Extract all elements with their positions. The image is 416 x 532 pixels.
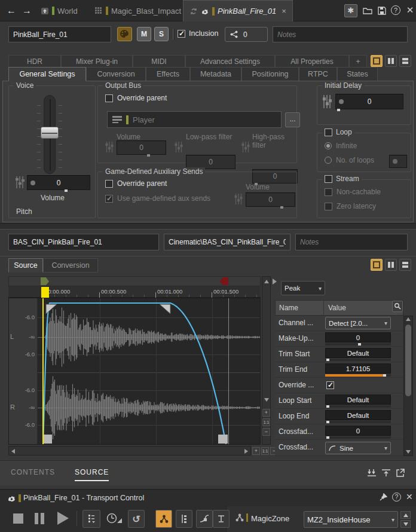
dock-top-button[interactable] xyxy=(381,468,391,478)
zero-latency-option[interactable]: Zero latency xyxy=(325,202,376,210)
h-zoom-fit-button[interactable]: 1:1 xyxy=(261,447,269,455)
slider-thumb[interactable] xyxy=(383,374,386,377)
slider-thumb[interactable] xyxy=(358,343,361,346)
close-icon[interactable]: ✕ xyxy=(406,492,413,502)
slider-thumb[interactable] xyxy=(326,405,329,408)
pane-splitter[interactable] xyxy=(0,223,416,230)
tab-source[interactable]: Source xyxy=(8,258,43,273)
use-aux-checkbox[interactable] xyxy=(105,195,113,203)
pause-button[interactable] xyxy=(35,513,45,524)
scroll-up-icon[interactable] xyxy=(406,317,411,321)
tab-effects[interactable]: Effects xyxy=(146,67,190,81)
view-mode-dropdown[interactable]: Peak xyxy=(281,281,325,295)
bus-browse-button[interactable]: ... xyxy=(285,112,300,127)
outputbus-override[interactable]: Override parent xyxy=(105,94,167,102)
reset-button[interactable]: ↺ xyxy=(128,510,145,528)
trim-end-field[interactable]: 1.71105 xyxy=(325,363,391,377)
crossfade-shape-dropdown[interactable]: Sine xyxy=(325,442,391,454)
open-folder-button[interactable] xyxy=(361,4,374,17)
loop-checkbox[interactable] xyxy=(325,129,332,136)
trim-start-field[interactable]: Default xyxy=(325,348,391,361)
tab-metadata[interactable]: Metadata xyxy=(190,67,241,81)
switches-toggle-button[interactable] xyxy=(176,510,192,528)
dock-bottom-button[interactable] xyxy=(367,468,377,478)
slider-thumb[interactable] xyxy=(326,436,329,439)
non-cachable-option[interactable]: Non-cachable xyxy=(325,188,381,196)
bus-volume-field[interactable]: 0 xyxy=(117,140,166,155)
notes-input[interactable]: Notes xyxy=(273,26,408,42)
help-button[interactable]: ? xyxy=(389,4,402,17)
stop-button[interactable] xyxy=(13,513,23,524)
h-scrollbar[interactable] xyxy=(8,446,251,455)
slider-thumb[interactable] xyxy=(65,189,68,192)
forward-button[interactable]: → xyxy=(20,5,33,17)
help-icon[interactable]: ? xyxy=(392,493,401,502)
playhead-line[interactable] xyxy=(42,298,44,445)
spinner-up-button[interactable] xyxy=(400,511,411,519)
makeup-field[interactable]: 0 xyxy=(325,332,391,346)
waveform-plot[interactable]: L R -6.0 -∞ -6.0 -6.0 -∞ -6.0 xyxy=(8,298,261,445)
v-zoom-out-button[interactable]: − xyxy=(262,428,270,436)
prop-row-trim-end[interactable]: Trim End 1.71105 xyxy=(275,362,403,378)
infinite-radio[interactable] xyxy=(325,142,332,149)
tab-positioning[interactable]: Positioning xyxy=(241,67,299,81)
spinner-down-button[interactable] xyxy=(400,520,411,528)
tab-add[interactable]: + xyxy=(349,55,367,68)
search-button[interactable] xyxy=(392,301,403,312)
tab-world[interactable]: World xyxy=(35,0,84,22)
open-external-button[interactable] xyxy=(396,468,405,478)
trim-end-handle[interactable] xyxy=(218,435,228,444)
loop-start-field[interactable]: Default xyxy=(325,395,391,408)
v-zoom-fit-button[interactable]: 1:1 xyxy=(262,418,270,426)
rtpc-mini-icon[interactable] xyxy=(322,94,332,109)
scroll-down-icon[interactable] xyxy=(264,398,269,402)
source-notes-input[interactable]: Notes xyxy=(295,234,408,250)
scroll-thumb[interactable] xyxy=(405,325,411,396)
slider-thumb[interactable] xyxy=(337,109,340,111)
scroll-left-icon[interactable] xyxy=(11,449,15,454)
table-scrollbar[interactable] xyxy=(403,316,413,456)
channel-dropdown[interactable]: Detect [2.0... xyxy=(325,317,391,329)
prop-row-crossfade-shape[interactable]: Crossfad... Sine xyxy=(275,440,403,456)
loop-infinite-option[interactable]: Infinite xyxy=(325,142,357,150)
slider-thumb[interactable] xyxy=(326,421,329,423)
override-parent-checkbox[interactable] xyxy=(105,94,113,102)
prop-row-loop-start[interactable]: Loop Start Default xyxy=(275,393,403,409)
stream-checkbox[interactable] xyxy=(325,175,332,183)
v-zoom-in-button[interactable]: + xyxy=(262,409,270,417)
solo-button[interactable]: S xyxy=(154,27,169,41)
envelope-curve[interactable] xyxy=(43,303,226,445)
fade-in-handle[interactable] xyxy=(46,304,57,314)
start-marker[interactable] xyxy=(41,277,50,286)
aux-override[interactable]: Override parent xyxy=(105,179,167,188)
tab-source-conversion[interactable]: Conversion xyxy=(43,258,98,273)
states-toggle-button[interactable] xyxy=(155,510,172,528)
non-cachable-checkbox[interactable] xyxy=(325,188,332,196)
tab-all-properties[interactable]: All Properties xyxy=(275,55,349,68)
prop-row-makeup[interactable]: Make-Up... 0 xyxy=(275,331,403,347)
scroll-right-icon[interactable] xyxy=(244,449,248,454)
tab-close-icon[interactable]: × xyxy=(282,7,286,16)
game-sync-value-dropdown[interactable]: MZ2_InsideHouse xyxy=(304,511,398,528)
pin-view-button[interactable]: ✱ xyxy=(344,4,357,17)
prop-row-trim-start[interactable]: Trim Start Default xyxy=(275,347,403,362)
rtpc-toggle-button[interactable] xyxy=(196,510,213,528)
initial-delay-field[interactable]: 0 xyxy=(335,94,403,109)
source-path-field[interactable]: Cinematic\BAS_CIN_PinkBall_Fire_01.... xyxy=(164,234,290,250)
tab-pinkball-fire-01[interactable]: PinkBall_Fire_01 × xyxy=(183,0,293,22)
tab-advanced-settings[interactable]: Advanced Settings xyxy=(185,55,275,68)
h-zoom-in-button[interactable]: + xyxy=(252,447,260,455)
sharesets-button[interactable]: 0 xyxy=(225,27,268,42)
trim-start-handle[interactable] xyxy=(42,435,52,444)
prop-row-channel[interactable]: Channel ... Detect [2.0... xyxy=(275,316,403,331)
loop-count-option[interactable]: No. of loops xyxy=(325,156,374,164)
override-envelope-checkbox[interactable] xyxy=(326,381,334,389)
drag-knob[interactable] xyxy=(30,181,35,185)
aux-override-checkbox[interactable] xyxy=(105,180,113,188)
scroll-down-icon[interactable] xyxy=(406,450,411,454)
prop-row-override[interactable]: Override ... xyxy=(275,378,403,393)
fade-out-handle[interactable] xyxy=(160,304,170,314)
output-bus-selector[interactable]: Player xyxy=(107,111,282,128)
close-view-button[interactable]: ✕ xyxy=(403,4,416,17)
stream-header[interactable]: Stream xyxy=(322,175,362,183)
